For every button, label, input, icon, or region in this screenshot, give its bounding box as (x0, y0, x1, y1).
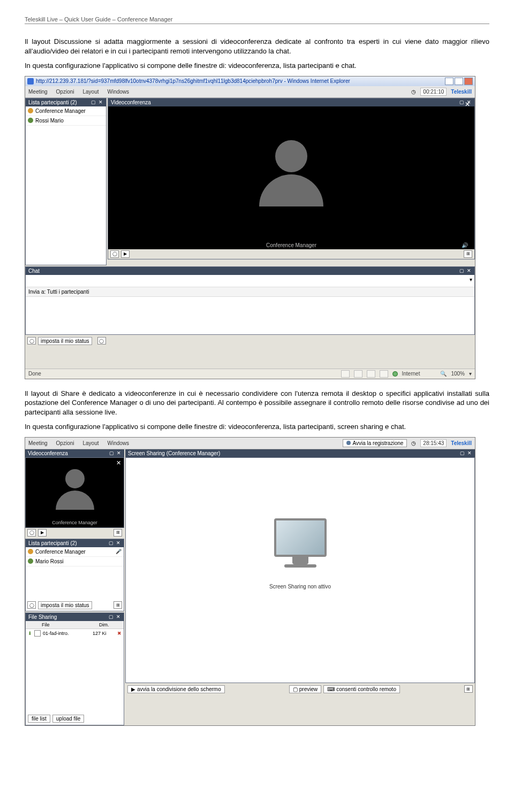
panel-close-icon[interactable]: ✕ (98, 99, 103, 105)
participant-name: Conference Manager (35, 108, 86, 114)
screen-buttons-row: ▶ avvia la condivisione dello schermo ▢ … (125, 683, 475, 695)
minimize-icon[interactable] (445, 78, 453, 85)
layout-button[interactable]: ⊞ (464, 250, 472, 258)
status-zoom: 100% (451, 371, 465, 377)
participants-title: Lista partecipanti (2) (28, 540, 77, 546)
panel-min-icon[interactable]: ▢ (459, 450, 465, 456)
screenshot-share: Meeting Opzioni Layout Windows Avvia la … (25, 437, 489, 726)
status-box (380, 370, 388, 378)
zoom-dropdown-icon[interactable]: ▾ (469, 371, 472, 377)
status-extra-icon[interactable]: ◯ (97, 337, 106, 344)
allow-remote-button[interactable]: ⌨ consenti controllo remoto (323, 685, 400, 693)
rec-dot-icon (346, 441, 351, 445)
menu-meeting[interactable]: Meeting (28, 89, 48, 95)
play-button[interactable]: ▶ (38, 529, 47, 537)
menu-meeting[interactable]: Meeting (28, 440, 48, 446)
status-box (354, 370, 362, 378)
video-panel: Videoconferenza ▢ ✕ ✕ Conference Manager (108, 98, 475, 259)
button-label: consenti controllo remoto (336, 686, 396, 692)
participant-row[interactable]: Conference Manager (26, 106, 106, 116)
status-extra-icon[interactable]: ⊞ (114, 601, 122, 609)
menu-windows[interactable]: Windows (108, 89, 130, 95)
chat-send-icon[interactable]: ▾ (470, 277, 472, 282)
camera-button[interactable]: ◯ (27, 529, 36, 537)
file-list-button[interactable]: file list (28, 715, 50, 723)
panel-min-icon[interactable]: ▢ (459, 99, 464, 105)
video-remove-icon[interactable]: ✕ (116, 459, 121, 466)
menu-windows[interactable]: Windows (108, 440, 130, 446)
keyboard-icon: ⌨ (327, 686, 335, 692)
speaker-icon[interactable]: 🔊 (462, 242, 468, 248)
file-header-size[interactable]: Dim. (97, 621, 124, 629)
chat-send-to-row: Invia a: Tutti i partecipanti (26, 287, 474, 297)
video-user-label: Conference Manager (26, 520, 124, 525)
participant-name: Conference Manager (35, 549, 86, 555)
panel-min-icon[interactable]: ▢ (459, 268, 464, 273)
chat-body[interactable] (26, 297, 474, 334)
menu-opzioni[interactable]: Opzioni (56, 440, 74, 446)
panel-close-icon[interactable]: ✕ (116, 450, 122, 456)
play-button[interactable]: ▶ (121, 250, 130, 258)
app-menubar: Meeting Opzioni Layout Windows Avvia la … (25, 438, 475, 449)
zoom-icon[interactable]: 🔍 (440, 371, 447, 377)
file-sharing-title: File Sharing (28, 614, 57, 620)
brand-logo: Teleskill (451, 440, 472, 446)
panel-extra-icon[interactable]: ⊞ (464, 685, 473, 693)
menu-layout[interactable]: Layout (82, 89, 99, 95)
file-sharing-panel: File Sharing ▢ ✕ File Dim. (25, 612, 124, 725)
maximize-icon[interactable] (455, 78, 463, 85)
panel-min-icon[interactable]: ▢ (108, 540, 114, 546)
chat-title: Chat (28, 268, 40, 274)
file-icon (34, 630, 41, 637)
start-sharing-button[interactable]: ▶ avvia la condivisione dello schermo (127, 685, 225, 693)
browser-statusbar: Done Internet 🔍 100% ▾ (25, 369, 475, 379)
status-left: Done (28, 371, 41, 377)
participant-row[interactable]: Mario Rossi (26, 557, 124, 566)
participant-name: Mario Rossi (35, 558, 64, 564)
participants-panel: Lista partecipanti (2) ▢ ✕ Conference Ma… (25, 98, 107, 265)
video-panel: Videoconferenza ▢ ✕ ✕ (25, 449, 124, 538)
participant-row[interactable]: Rossi Mario (26, 116, 106, 126)
app-menubar: Meeting Opzioni Layout Windows ◷ 00:21:1… (25, 86, 475, 98)
status-gear-icon[interactable]: ◯ (27, 337, 36, 344)
video-controls: ◯ ▶ ⊞ (108, 249, 474, 259)
chat-panel: Chat ▢ ✕ ▾ Invia a: Tutti i partecipanti (25, 266, 475, 335)
panel-min-icon[interactable]: ▢ (109, 450, 114, 456)
status-box (367, 370, 375, 378)
file-header-name[interactable]: File (40, 621, 97, 629)
video-remove-icon[interactable]: ✕ (465, 101, 470, 108)
status-gear-icon[interactable]: ◯ (27, 601, 36, 609)
status-input[interactable]: imposta il mio status (38, 601, 92, 609)
panel-close-icon[interactable]: ✕ (467, 450, 472, 456)
file-size: 127 Ki (93, 631, 115, 636)
panel-close-icon[interactable]: ✕ (116, 614, 121, 619)
mic-icon[interactable]: 🎤 (116, 549, 122, 554)
monitor-icon (274, 518, 327, 568)
panel-close-icon[interactable]: ✕ (116, 540, 121, 546)
preview-button[interactable]: ▢ preview (289, 685, 321, 693)
participant-row[interactable]: Conference Manager 🎤 (26, 547, 124, 557)
panel-close-icon[interactable]: ✕ (466, 268, 472, 273)
delete-icon[interactable]: ✖ (117, 631, 122, 636)
invia-label: Invia a: (28, 289, 46, 295)
status-input[interactable]: imposta il mio status (38, 337, 92, 345)
panel-min-icon[interactable]: ▢ (108, 614, 114, 619)
preview-icon: ▢ (293, 686, 298, 692)
status-zone: Internet (402, 371, 420, 377)
download-icon[interactable]: ⬇ (28, 631, 32, 636)
menu-opzioni[interactable]: Opzioni (56, 89, 74, 95)
clock-icon: ◷ (411, 89, 416, 95)
layout-button[interactable]: ⊞ (114, 529, 122, 537)
upload-file-button[interactable]: upload file (52, 715, 85, 723)
screen-sharing-title: Screen Sharing (Conference Manager) (128, 450, 220, 456)
close-icon[interactable] (464, 78, 473, 85)
timer-display: 28:15:43 (420, 439, 447, 447)
menu-layout[interactable]: Layout (82, 440, 99, 446)
camera-button[interactable]: ◯ (110, 250, 119, 258)
file-row[interactable]: ⬇ 01-fad-intro. 127 Ki ✖ (26, 629, 124, 638)
timer-display: 00:21:10 (420, 88, 447, 96)
panel-min-icon[interactable]: ▢ (90, 99, 96, 105)
file-table-header: File Dim. (26, 621, 124, 629)
invia-value[interactable]: Tutti i partecipanti (47, 289, 89, 295)
start-recording-button[interactable]: Avvia la registrazione (343, 439, 407, 447)
